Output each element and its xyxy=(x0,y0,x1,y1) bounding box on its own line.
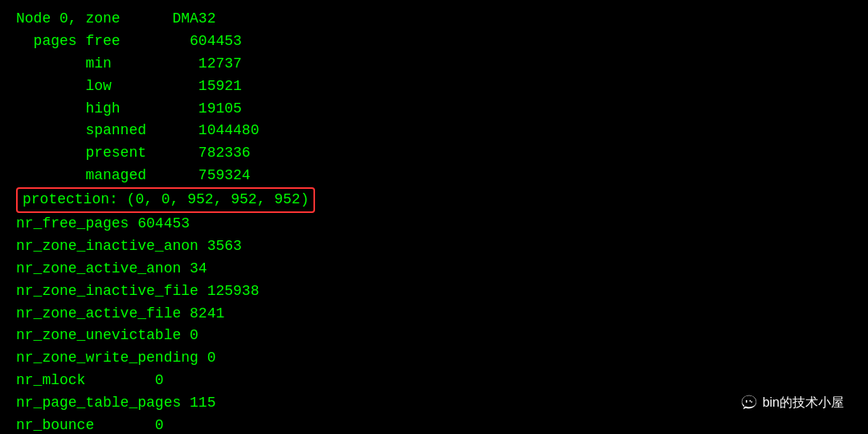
line9: protection: (0, 0, 952, 952, 952) xyxy=(16,187,852,213)
line1: Node 0, zone DMA32 xyxy=(16,8,852,31)
line8: managed 759324 xyxy=(16,165,852,187)
line17: nr_mlock 0 xyxy=(16,370,852,392)
line16: nr_zone_write_pending 0 xyxy=(16,347,852,370)
svg-point-1 xyxy=(751,401,752,403)
watermark: bin的技术小屋 xyxy=(740,394,844,411)
line3: min 12737 xyxy=(16,53,852,76)
line7: present 782336 xyxy=(16,142,852,165)
line12: nr_zone_active_anon 34 xyxy=(16,258,852,280)
line10: nr_free_pages 604453 xyxy=(16,213,852,235)
svg-point-0 xyxy=(746,401,747,403)
line11: nr_zone_inactive_anon 3563 xyxy=(16,235,852,258)
line13: nr_zone_inactive_file 125938 xyxy=(16,280,852,303)
line5: high 19105 xyxy=(16,98,852,121)
terminal-output: Node 0, zone DMA32 pages free 604453 min… xyxy=(0,0,868,434)
highlighted-protection-line: protection: (0, 0, 952, 952, 952) xyxy=(16,187,315,213)
line4: low 15921 xyxy=(16,76,852,98)
line6: spanned 1044480 xyxy=(16,120,852,142)
line2: pages free 604453 xyxy=(16,31,852,53)
line14: nr_zone_active_file 8241 xyxy=(16,303,852,326)
line15: nr_zone_unevictable 0 xyxy=(16,325,852,347)
line19: nr_bounce 0 xyxy=(16,415,852,434)
wechat-icon xyxy=(740,394,758,411)
line18: nr_page_table_pages 115 xyxy=(16,392,852,415)
watermark-text: bin的技术小屋 xyxy=(763,395,844,411)
